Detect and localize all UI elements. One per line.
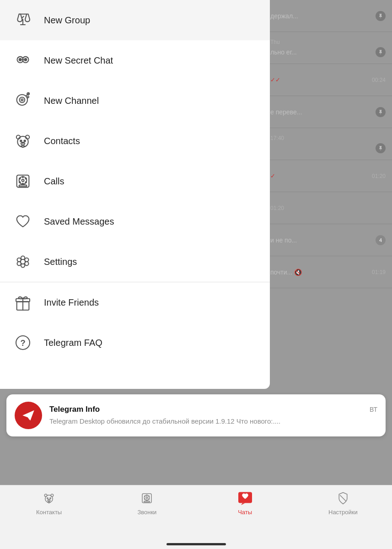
svg-rect-60 [144, 501, 150, 502]
unread-badge: 4 [376, 235, 386, 245]
svg-point-7 [24, 59, 27, 61]
menu-item-invite-friends[interactable]: Invite Friends [0, 282, 270, 323]
svg-point-59 [145, 496, 145, 497]
tab-bar: Контакты Звонки [0, 485, 392, 549]
svg-rect-31 [19, 185, 27, 186]
phone-icon [11, 169, 35, 193]
notification-content: Telegram Info ВТ Telegram Desktop обнови… [49, 405, 377, 426]
svg-point-55 [149, 496, 150, 497]
heart-icon [11, 210, 35, 233]
help-icon: ? [11, 331, 35, 355]
pin-icon [376, 107, 386, 117]
bg-chat-item: Thu льно ег... [264, 32, 392, 64]
bg-chat-item: почти... 🔇 01:19 [264, 256, 392, 288]
svg-point-8 [17, 95, 27, 105]
menu-label: New Channel [44, 96, 99, 106]
svg-line-3 [22, 16, 23, 18]
menu-item-telegram-faq[interactable]: ? Telegram FAQ [0, 323, 270, 363]
svg-point-18 [20, 140, 21, 141]
menu-label: Calls [44, 176, 64, 187]
menu-item-new-secret-chat[interactable]: New Secret Chat [0, 40, 270, 81]
telegram-info-avatar [15, 402, 42, 429]
phone-tab-icon [139, 490, 155, 506]
mask-icon [11, 48, 35, 72]
svg-point-21 [22, 142, 23, 143]
toast-icon [11, 8, 35, 32]
bg-chat-item: ✓✓ 00:24 [264, 64, 392, 96]
menu-label: New Group [44, 15, 90, 26]
settings-tab-icon [335, 490, 351, 506]
menu-overlay: New Group New Secret Chat [0, 0, 270, 389]
menu-item-new-group[interactable]: New Group [0, 0, 270, 40]
notification-header: Telegram Info ВТ [49, 405, 377, 414]
menu-item-new-channel[interactable]: New Channel [0, 81, 270, 121]
gift-icon [11, 291, 35, 314]
svg-line-14 [28, 97, 29, 98]
svg-point-57 [147, 500, 148, 501]
svg-point-28 [22, 183, 24, 185]
svg-text:?: ? [20, 338, 25, 348]
menu-item-settings[interactable]: Settings [0, 242, 270, 282]
svg-point-27 [25, 182, 27, 183]
svg-point-58 [145, 499, 145, 500]
svg-point-30 [19, 178, 21, 179]
bg-chat-item: 17:40 [264, 128, 392, 160]
svg-point-53 [146, 497, 148, 499]
pin-icon [376, 47, 386, 57]
notification-card[interactable]: Telegram Info ВТ Telegram Desktop обнови… [6, 394, 386, 436]
bg-chat-item: 01:20 [264, 192, 392, 224]
bear-icon [11, 129, 35, 153]
tab-chats[interactable]: Чаты [196, 490, 294, 516]
svg-point-25 [22, 177, 24, 178]
tab-label-calls: Звонки [137, 509, 156, 516]
tab-label-settings: Настройки [328, 509, 358, 516]
svg-point-38 [21, 259, 25, 264]
notification-time: ВТ [370, 406, 377, 413]
menu-item-saved-messages[interactable]: Saved Messages [0, 201, 270, 242]
bg-chat-item: и не по... 4 [264, 224, 392, 256]
tab-label-contacts: Контакты [36, 509, 62, 516]
bg-chat-item: ✓ 01:20 [264, 160, 392, 192]
menu-item-contacts[interactable]: Contacts [0, 121, 270, 161]
svg-point-26 [25, 178, 27, 179]
svg-point-29 [19, 182, 21, 183]
chat-tab-icon [237, 490, 253, 506]
svg-point-54 [147, 495, 148, 496]
svg-point-9 [20, 97, 25, 103]
svg-point-50 [48, 499, 49, 500]
svg-point-10 [21, 99, 23, 101]
menu-label: Invite Friends [44, 297, 99, 308]
pin-icon [376, 143, 386, 153]
notification-body: Telegram Desktop обновился до стабильной… [49, 416, 377, 426]
bg-chat-item: е переве... [264, 96, 392, 128]
svg-point-48 [50, 498, 51, 499]
pin-icon [376, 11, 386, 21]
bg-chat-item: держал... [264, 0, 392, 32]
svg-point-56 [149, 499, 150, 500]
bear-tab-icon [41, 490, 57, 506]
notification-title: Telegram Info [49, 405, 100, 414]
menu-item-calls[interactable]: Calls [0, 161, 270, 201]
svg-point-6 [19, 59, 21, 61]
menu-label: New Secret Chat [44, 55, 113, 66]
home-indicator [166, 543, 226, 545]
tab-contacts[interactable]: Контакты [0, 490, 98, 516]
svg-line-13 [27, 96, 28, 97]
tab-calls[interactable]: Звонки [98, 490, 196, 516]
svg-point-19 [24, 140, 26, 141]
svg-point-47 [47, 498, 48, 499]
tab-settings[interactable]: Настройки [294, 490, 392, 516]
flower-icon [11, 250, 35, 274]
key-target-icon [11, 89, 35, 113]
svg-line-62 [340, 495, 346, 501]
menu-label: Contacts [44, 136, 80, 146]
menu-label: Settings [44, 257, 77, 267]
bg-chat-items: держал... Thu льно ег... ✓✓ 00:24 [264, 0, 392, 389]
tab-label-chats: Чаты [238, 509, 252, 516]
menu-label: Saved Messages [44, 216, 114, 227]
menu-label: Telegram FAQ [44, 338, 102, 348]
svg-point-24 [22, 179, 24, 182]
